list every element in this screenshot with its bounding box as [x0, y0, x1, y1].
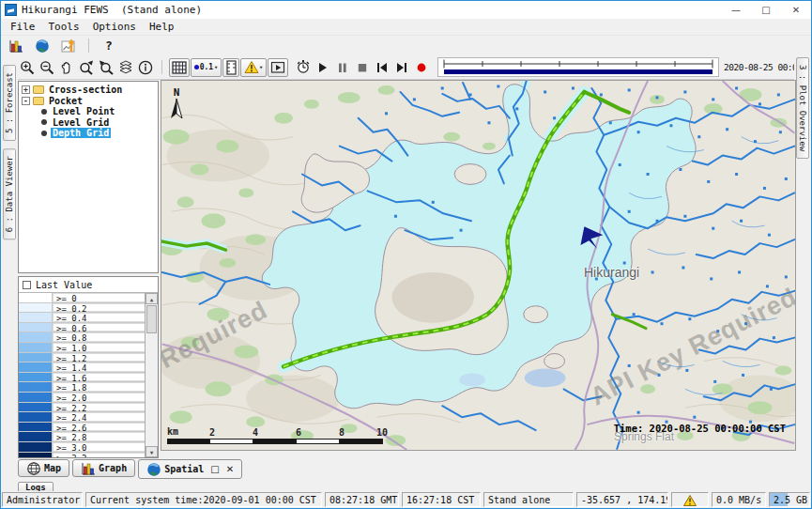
close-button[interactable]: ✕ — [781, 1, 811, 19]
legend-color-swatch — [19, 373, 53, 382]
right-tab-strip: 3 : Plot Overview — [794, 55, 811, 491]
map-canvas[interactable]: N API Key Required API Key Required Hiku… — [161, 80, 796, 451]
tab-map[interactable]: Map — [18, 459, 69, 477]
zoom-out-button[interactable] — [38, 58, 56, 77]
tree-node-label[interactable]: Cross-section — [47, 85, 124, 95]
plot-overview-tab[interactable]: 3 : Plot Overview — [796, 57, 809, 159]
legend-color-swatch — [19, 382, 53, 392]
tree-node-label[interactable]: Level Point — [51, 106, 116, 116]
chevron-down-icon: ▾ — [259, 64, 263, 71]
shortcut-tab[interactable]: 5 : Forecast — [3, 65, 16, 141]
tree-node-level-point[interactable]: Level Point — [19, 106, 158, 117]
bottom-tab-bar: Map Graph Spatial □ ✕ — [18, 458, 794, 480]
tab-maximize-icon[interactable]: □ — [210, 464, 219, 474]
legend-row: >= 1.2 — [19, 353, 145, 363]
folder-icon — [33, 97, 44, 105]
info-button[interactable] — [136, 58, 155, 77]
menu-item[interactable]: File — [4, 20, 42, 34]
status-bar: Administrator Current system time:2020-0… — [1, 491, 811, 508]
scale-segment: 10 — [340, 439, 383, 444]
legend-color-swatch — [19, 303, 53, 313]
place-label-hikurangi: Hikurangi — [584, 265, 639, 280]
legend-class-label: >= 0.2 — [53, 303, 145, 313]
zoom-in-button[interactable] — [18, 58, 37, 77]
zoom-previous-button[interactable] — [77, 58, 96, 77]
status-memory: 2.5 GB — [769, 492, 810, 507]
left-tab-strip: 5 : Forecast6 : Data Viewer — [1, 55, 18, 491]
last-value-checkbox[interactable] — [23, 281, 31, 289]
minimize-button[interactable]: — — [721, 1, 751, 19]
menu-item[interactable]: Help — [143, 20, 181, 34]
skip-to-end-button[interactable] — [392, 58, 411, 77]
tree-node-pocket[interactable]: - Pocket — [19, 96, 158, 107]
legend-color-swatch — [19, 353, 53, 362]
scale-segment: 8 — [297, 439, 340, 444]
shortcut-tab[interactable]: 6 : Data Viewer — [3, 148, 16, 239]
expander-icon[interactable]: - — [22, 97, 30, 105]
expander-icon[interactable]: + — [22, 85, 30, 94]
scalebar-toggle-button[interactable] — [222, 58, 239, 77]
maximize-button[interactable]: □ — [751, 1, 781, 19]
scale-tick-label: 8 — [339, 427, 345, 438]
scroll-up-icon[interactable]: ▲ — [146, 293, 158, 304]
timer-button[interactable] — [294, 58, 313, 77]
interval-dropdown[interactable]: 0.1▾ — [191, 58, 222, 77]
layers-button[interactable] — [116, 58, 135, 77]
legend-class-label: >= 0.8 — [53, 332, 145, 342]
tree-node-label[interactable]: Level Grid — [51, 117, 111, 128]
pan-button[interactable] — [57, 58, 76, 77]
tab-close-icon[interactable]: ✕ — [226, 464, 234, 474]
legend-row: >= 2.4 — [19, 412, 145, 423]
warnings-dropdown[interactable]: ▾ — [240, 58, 267, 77]
zoom-next-button[interactable] — [97, 58, 115, 77]
legend-panel: Last Value >= 0 >= 0.2 — [18, 276, 159, 458]
legend-color-swatch — [19, 323, 53, 332]
globe-button[interactable] — [30, 37, 54, 55]
legend-row: >= 0.6 — [19, 323, 145, 333]
legend-class-label: >= 3.0 — [53, 442, 145, 452]
map-art — [161, 81, 795, 450]
bar-chart-icon — [81, 461, 95, 476]
scroll-track[interactable] — [146, 304, 158, 446]
interval-dot-icon — [194, 65, 199, 69]
time-slider[interactable] — [437, 57, 719, 77]
scale-tick-label: 6 — [296, 427, 301, 438]
play-button[interactable] — [314, 58, 332, 77]
menu-item[interactable]: Tools — [42, 20, 86, 34]
status-warning-cell[interactable] — [671, 492, 709, 507]
bullet-icon — [41, 109, 47, 115]
tree-node-level-grid[interactable]: Level Grid — [19, 117, 158, 129]
scroll-thumb[interactable] — [146, 305, 157, 333]
app-window: Hikurangi FEWS (Stand alone) — □ ✕ FileT… — [0, 0, 812, 509]
status-gmt-time: 08:27:18 GMT — [325, 492, 399, 507]
skip-to-start-button[interactable] — [373, 58, 391, 77]
legend-row: >= 3.0 — [19, 442, 145, 453]
menu-item[interactable]: Options — [86, 20, 143, 34]
chart-export-button[interactable] — [56, 37, 81, 55]
legend-class-label: >= 2.0 — [53, 393, 145, 402]
scale-tick-label: 10 — [376, 427, 388, 438]
help-button[interactable]: ? — [97, 37, 121, 55]
bullet-icon — [41, 131, 47, 136]
record-button[interactable] — [412, 58, 431, 77]
tree-node-label[interactable]: Pocket — [47, 96, 84, 106]
animation-button[interactable] — [268, 58, 288, 77]
tree-node-depth-grid[interactable]: Depth Grid — [19, 128, 158, 139]
legend-row: >= 2.8 — [19, 432, 145, 442]
legend-row: >= 2.6 — [19, 423, 145, 433]
legend-row: >= 1.4 — [19, 362, 145, 373]
legend-color-swatch — [19, 332, 53, 342]
app-icon — [5, 4, 17, 16]
database-chart-button[interactable] — [4, 37, 28, 55]
tab-graph[interactable]: Graph — [72, 459, 135, 477]
tree-node-label-selected[interactable]: Depth Grid — [51, 128, 111, 138]
grid-toggle-button[interactable] — [169, 58, 190, 77]
scroll-down-icon[interactable]: ▼ — [146, 446, 158, 457]
tree-node-cross-section[interactable]: + Cross-section — [19, 85, 158, 96]
stop-button[interactable] — [353, 58, 372, 77]
deep-flood-spot — [525, 368, 566, 387]
pause-button[interactable] — [333, 58, 352, 77]
legend-scrollbar[interactable]: ▲ ▼ — [146, 293, 158, 457]
legend-class-label: >= 1.2 — [53, 353, 145, 362]
tab-spatial[interactable]: Spatial □ ✕ — [138, 459, 242, 479]
